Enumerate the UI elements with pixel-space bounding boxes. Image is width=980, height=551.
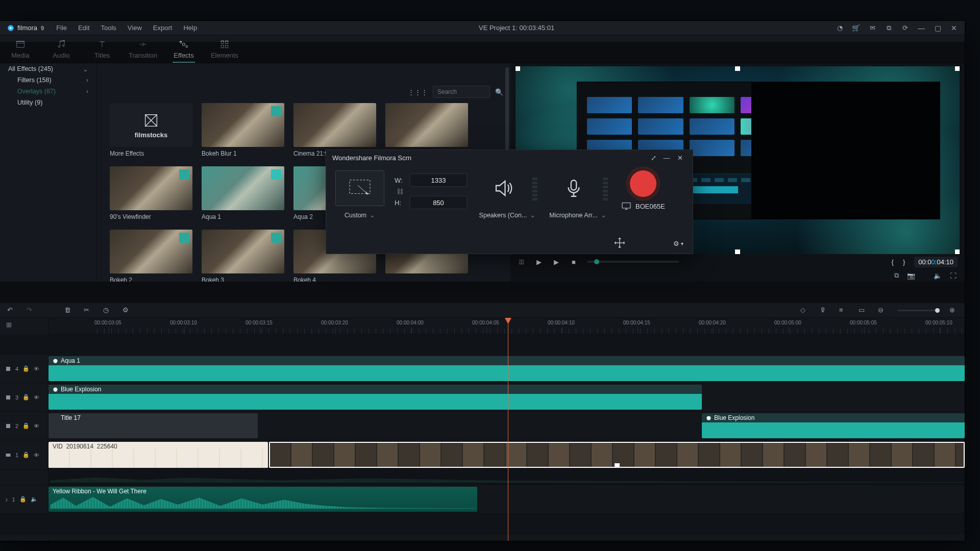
- screenshot-rect-icon[interactable]: ⧉: [894, 271, 899, 280]
- zoom-out-icon[interactable]: ⊖: [878, 306, 886, 314]
- download-icon[interactable]: [179, 169, 189, 180]
- adjust-button[interactable]: ⚙: [122, 306, 131, 314]
- mark-in-icon[interactable]: {: [892, 258, 894, 266]
- track-settings-icon[interactable]: ⊞: [6, 321, 12, 329]
- effect-thumb[interactable]: Bokeh 2: [110, 230, 192, 282]
- clip-blue-explosion[interactable]: Blue Explosion: [48, 385, 702, 410]
- render-icon[interactable]: ▭: [859, 306, 867, 314]
- tab-elements[interactable]: Elements: [204, 35, 245, 63]
- microphone-icon[interactable]: [548, 170, 600, 206]
- account-icon[interactable]: ◔: [836, 24, 843, 32]
- tab-effects[interactable]: Effects: [163, 35, 204, 63]
- download-icon[interactable]: [271, 233, 281, 243]
- effect-thumb[interactable]: 90's Viewfinder: [110, 166, 192, 220]
- play-button[interactable]: ▶: [535, 258, 543, 266]
- lock-icon[interactable]: 🔒: [19, 496, 27, 503]
- clip-vid-secondary[interactable]: VID_20190614_225640: [48, 442, 268, 468]
- camera-icon[interactable]: 📷: [907, 272, 915, 280]
- lock-icon[interactable]: 🔒: [22, 365, 30, 372]
- sidebar-item-overlays[interactable]: Overlays (87)›: [0, 86, 96, 97]
- tab-transition[interactable]: Transition: [122, 35, 163, 63]
- resize-handle[interactable]: [516, 66, 520, 71]
- clip-blue-explosion-2[interactable]: Blue Explosion: [702, 413, 965, 438]
- tab-media[interactable]: Media: [0, 35, 41, 63]
- fullscreen-icon[interactable]: ⛶: [950, 272, 957, 280]
- speed-button[interactable]: ◷: [103, 306, 111, 314]
- lock-icon[interactable]: 🔒: [22, 422, 30, 429]
- lock-icon[interactable]: 🔒: [22, 452, 30, 458]
- monitor-selector[interactable]: BOE065E: [621, 202, 665, 210]
- dialog-minimize-icon[interactable]: —: [660, 154, 673, 162]
- mute-icon[interactable]: 🔈: [31, 496, 38, 503]
- zoom-slider[interactable]: [897, 310, 938, 311]
- lock-icon[interactable]: 🔒: [22, 394, 30, 400]
- menu-help[interactable]: Help: [183, 24, 197, 32]
- speaker-icon[interactable]: [477, 170, 529, 206]
- effect-thumb[interactable]: Aqua 1: [202, 166, 284, 220]
- menu-tools[interactable]: Tools: [101, 24, 116, 32]
- window-maximize[interactable]: ▢: [934, 24, 941, 32]
- stop-button[interactable]: ■: [570, 258, 578, 266]
- cart-icon[interactable]: 🛒: [852, 24, 860, 32]
- clip-vid-main[interactable]: [269, 442, 965, 468]
- tab-titles[interactable]: Titles: [82, 35, 122, 63]
- grid-view-icon[interactable]: ⋮⋮⋮: [408, 88, 428, 96]
- height-input[interactable]: [410, 196, 467, 209]
- effect-thumb[interactable]: Bokeh 3: [202, 230, 284, 282]
- download-icon[interactable]: [271, 169, 281, 180]
- eye-icon[interactable]: 👁: [34, 452, 39, 458]
- resize-handle[interactable]: [735, 249, 740, 254]
- search-icon[interactable]: 🔍: [495, 88, 503, 96]
- redo-button[interactable]: ↷: [27, 306, 35, 314]
- window-close[interactable]: ✕: [950, 24, 958, 32]
- search-input[interactable]: [433, 86, 490, 98]
- playhead[interactable]: [508, 318, 508, 541]
- sidebar-root[interactable]: All Effects (245)⌄: [0, 63, 96, 74]
- window-minimize[interactable]: —: [918, 24, 925, 32]
- delete-button[interactable]: 🗑: [64, 306, 72, 314]
- effect-thumb[interactable]: filmstocksMore Effects: [110, 103, 192, 157]
- step-back-button[interactable]: ◂⃓: [518, 258, 526, 266]
- menu-view[interactable]: View: [128, 24, 142, 32]
- speaker-dropdown[interactable]: Speakers (Con...⌄: [479, 211, 536, 219]
- resize-handle[interactable]: [735, 66, 740, 71]
- dialog-close-icon[interactable]: ✕: [673, 154, 687, 162]
- mark-out-icon[interactable]: }: [903, 258, 905, 266]
- split-button[interactable]: ✂: [84, 306, 92, 314]
- microphone-dropdown[interactable]: Microphone Arr...⌄: [549, 211, 606, 219]
- link-dimensions-icon[interactable]: ⛓: [397, 188, 403, 195]
- volume-slider[interactable]: [587, 261, 679, 263]
- eye-icon[interactable]: 👁: [34, 394, 39, 400]
- clip-title17[interactable]: Title 17: [48, 413, 258, 438]
- message-icon[interactable]: ✉: [869, 24, 876, 32]
- zoom-in-icon[interactable]: ⊕: [949, 306, 958, 314]
- capture-area-button[interactable]: [335, 170, 384, 206]
- tab-audio[interactable]: Audio: [41, 35, 82, 63]
- mute-icon[interactable]: 🔈: [934, 272, 942, 280]
- menu-export[interactable]: Export: [153, 24, 173, 32]
- updates-icon[interactable]: ⟳: [901, 24, 909, 32]
- width-input[interactable]: [410, 173, 467, 187]
- record-button[interactable]: [630, 170, 656, 197]
- eye-icon[interactable]: 👁: [34, 423, 39, 429]
- clip-handle[interactable]: [615, 463, 620, 468]
- download-icon[interactable]: [271, 106, 281, 116]
- clip-aqua1[interactable]: Aqua 1: [48, 356, 965, 381]
- download-icon[interactable]: [179, 233, 189, 243]
- menu-edit[interactable]: Edit: [78, 24, 89, 32]
- undo-button[interactable]: ↶: [7, 306, 15, 314]
- effect-thumb[interactable]: Bokeh Blur 1: [202, 103, 284, 157]
- play-forward-button[interactable]: ▶: [552, 258, 560, 266]
- dialog-expand-icon[interactable]: ⤢: [647, 154, 660, 162]
- notify-icon[interactable]: ⧉: [885, 24, 892, 32]
- eye-icon[interactable]: 👁: [34, 366, 39, 372]
- clip-audio-yellow-ribbon[interactable]: Yellow Ribbon - We Will Get There: [48, 487, 477, 512]
- drag-handle-icon[interactable]: [613, 236, 626, 249]
- sidebar-item-filters[interactable]: Filters (158)›: [0, 74, 96, 86]
- menu-file[interactable]: File: [56, 24, 67, 32]
- capture-mode-dropdown[interactable]: Custom⌄: [345, 211, 375, 219]
- mixer-icon[interactable]: ≡: [839, 306, 847, 314]
- resize-handle[interactable]: [955, 249, 960, 254]
- recorder-settings-button[interactable]: ⚙▾: [673, 240, 683, 247]
- voiceover-icon[interactable]: 🎙: [820, 306, 828, 314]
